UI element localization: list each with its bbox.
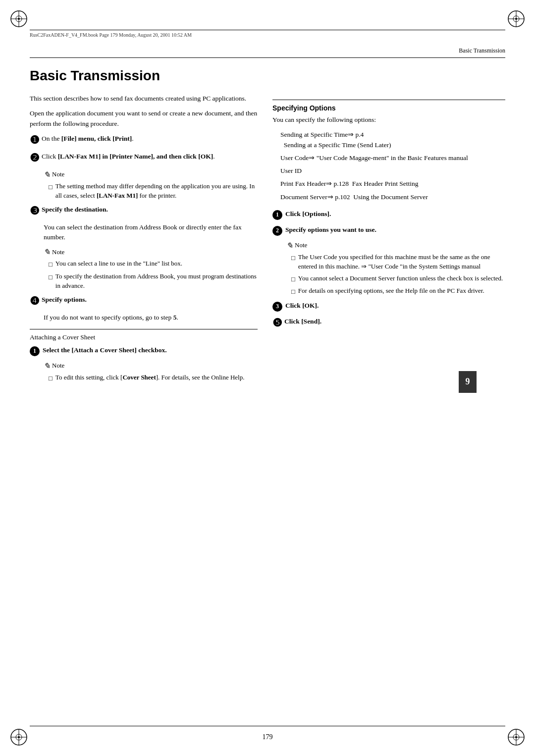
cover-sub-step-1-number: 1 (30, 346, 40, 356)
options-list: Sending at Specific Time⇒ p.4 Sending at… (280, 130, 505, 202)
note-icon-3: ✎ (44, 361, 50, 371)
footer-bar (30, 724, 505, 726)
step-2-note-items: □ The setting method may differ dependin… (49, 181, 258, 201)
step-3-desc: You can select the destination from Addr… (44, 222, 258, 243)
step-5: ❺ Click [Send]. (272, 317, 505, 329)
step-4-number: ❹ (30, 295, 40, 308)
intro-paragraph-2: Open the application document you want t… (30, 108, 258, 129)
right-note-title: ✎ Note (286, 241, 505, 250)
right-sub-step-1-text: Click [Options]. (285, 209, 505, 219)
checkbox-sym-3: □ (49, 272, 53, 282)
step-3-note-item-2: □ To specify the destination from Addres… (49, 271, 258, 291)
option-item-3: User ID (280, 166, 505, 176)
note-icon-2: ✎ (44, 247, 50, 257)
right-note-item-3: □ For details on specifying options, see… (291, 286, 505, 297)
step-4-desc: If you do not want to specify options, g… (44, 313, 258, 323)
option-item-5: Document Server⇒ p.102 Using the Documen… (280, 192, 505, 202)
spec-options-title: Specifying Options (272, 104, 505, 112)
checkbox-sym-6: □ (291, 274, 295, 284)
right-note-item-1: □ The User Code you specified for this m… (291, 252, 505, 271)
two-column-layout: This section describes how to send fax d… (30, 94, 505, 387)
right-note-text-1: The User Code you specified for this mac… (298, 252, 505, 271)
right-note-text-3: For details on specifying options, see t… (298, 286, 484, 296)
right-note-items: □ The User Code you specified for this m… (291, 252, 505, 297)
step-4-text: Specify options. (42, 295, 258, 305)
note-label-2: Note (52, 248, 64, 256)
right-sub-step-3-number: 3 (272, 302, 282, 312)
right-sub-step-1: 1 Click [Options]. (272, 209, 505, 220)
cover-sub-step-1-note: ✎ Note □ To edit this setting, click [Co… (44, 361, 258, 383)
cover-note-text: To edit this setting, click [Cover Sheet… (55, 373, 245, 382)
right-sub-step-2: 2 Specify options you want to use. (272, 225, 505, 236)
left-column: This section describes how to send fax d… (30, 94, 258, 387)
step-2-note-title: ✎ Note (44, 170, 258, 179)
right-note-text-2: You cannot select a Document Server func… (298, 273, 503, 283)
cover-note-item-1: □ To edit this setting, click [Cover She… (49, 373, 258, 383)
step-3-note-item-1: □ You can select a line to use in the "L… (49, 259, 258, 270)
step-1-text: On the [File] menu, click [Print]. (42, 134, 258, 144)
right-sub-step-2-text: Specify options you want to use. (285, 225, 505, 235)
cover-sub-step-1-text: Select the [Attach a Cover Sheet] checkb… (43, 345, 258, 355)
step-3-note: ✎ Note □ You can select a line to use in… (44, 247, 258, 291)
step-4: ❹ Specify options. (30, 295, 258, 308)
step-2: ❷ Click [LAN-Fax M1] in [Printer Name], … (30, 152, 258, 164)
checkbox-sym-7: □ (291, 287, 295, 297)
right-note-item-2: □ You cannot select a Document Server fu… (291, 273, 505, 284)
header-bar: RusC2FaxADEN-F_V4_FM.book Page 179 Monda… (30, 30, 505, 38)
checkbox-sym-2: □ (49, 260, 53, 270)
step-3-number: ❸ (30, 205, 40, 217)
section-label: Basic Transmission (30, 47, 505, 54)
step-2-note-text: The setting method may differ depending … (55, 181, 258, 201)
note-icon-4: ✎ (286, 241, 293, 250)
note-icon: ✎ (44, 170, 50, 179)
note-label-4: Note (295, 241, 307, 249)
option-item-2: User Code⇒ "User Code Magage-ment" in th… (280, 153, 505, 163)
step-2-note: ✎ Note □ The setting method may differ d… (44, 170, 258, 201)
step-3: ❸ Specify the destination. (30, 205, 258, 217)
option-item-1: Sending at Specific Time⇒ p.4 Sending at… (280, 130, 505, 150)
step-3-note-title: ✎ Note (44, 247, 258, 257)
top-rule (30, 57, 505, 58)
corner-decoration-tl (9, 9, 29, 29)
checkbox-sym-4: □ (49, 374, 53, 383)
cover-sub-step-1: 1 Select the [Attach a Cover Sheet] chec… (30, 345, 258, 356)
step-3-note-text-1: You can select a line to use in the "Lin… (55, 259, 182, 269)
right-sub-step-2-number: 2 (272, 226, 282, 236)
note-label: Note (52, 170, 64, 178)
right-sub-step-1-number: 1 (272, 210, 282, 220)
step-1: ❶ On the [File] menu, click [Print]. (30, 134, 258, 147)
step-2-text: Click [LAN-Fax M1] in [Printer Name], an… (42, 152, 258, 162)
step-2-number: ❷ (30, 152, 40, 164)
right-sub-step-3-text: Click [OK]. (285, 301, 505, 311)
step-1-number: ❶ (30, 134, 40, 147)
spec-options-rule (272, 100, 505, 100)
spec-options-intro: You can specify the following options: (272, 115, 505, 125)
step-5-text: Click [Send]. (284, 317, 505, 326)
step-3-note-text-2: To specify the destination from Address … (55, 271, 258, 291)
step-5-number: ❺ (272, 317, 282, 329)
corner-decoration-tr (506, 9, 526, 29)
checkbox-sym-5: □ (291, 253, 295, 263)
cover-note-title: ✎ Note (44, 361, 258, 371)
cover-sheet-rule (30, 329, 258, 329)
option-item-4: Print Fax Header⇒ p.128 Fax Header Print… (280, 179, 505, 189)
right-column: Specifying Options You can specify the f… (272, 94, 505, 387)
cover-sheet-title: Attaching a Cover Sheet (30, 333, 258, 341)
content-area: Basic Transmission Basic Transmission Th… (30, 47, 505, 716)
intro-paragraph-1: This section describes how to send fax d… (30, 94, 258, 104)
corner-decoration-br (506, 727, 526, 747)
page-number: 179 (263, 733, 273, 741)
checkbox-sym: □ (49, 182, 53, 192)
cover-note-items: □ To edit this setting, click [Cover She… (49, 373, 258, 383)
note-label-3: Note (52, 362, 64, 370)
right-sub-step-3: 3 Click [OK]. (272, 301, 505, 312)
header-meta: RusC2FaxADEN-F_V4_FM.book Page 179 Monda… (30, 32, 505, 38)
step-3-note-items: □ You can select a line to use in the "L… (49, 259, 258, 291)
step-3-text: Specify the destination. (42, 205, 258, 215)
corner-decoration-bl (9, 727, 29, 747)
step-2-note-item-1: □ The setting method may differ dependin… (49, 181, 258, 201)
page-title: Basic Transmission (30, 68, 505, 84)
page-tab: 9 (459, 371, 477, 393)
right-sub-step-2-note: ✎ Note □ The User Code you specified for… (286, 241, 505, 297)
